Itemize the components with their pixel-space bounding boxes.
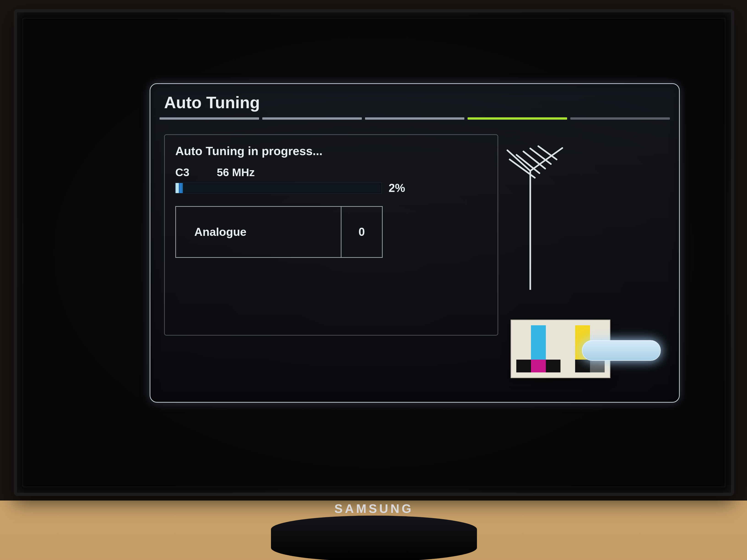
scan-progress-bar	[175, 183, 382, 193]
tv-screen: Auto Tuning Auto Tuning in progress... C…	[14, 9, 734, 496]
svg-line-6	[538, 146, 557, 159]
step-tab-5	[570, 117, 670, 119]
current-frequency: 56 MHz	[217, 166, 255, 179]
status-message: Auto Tuning in progress...	[175, 144, 487, 158]
testcard-lower-bars	[516, 359, 604, 372]
svg-line-5	[530, 149, 551, 164]
step-tab-4	[468, 117, 567, 119]
progress-start-tick	[176, 183, 179, 193]
progress-percent-label: 2%	[389, 181, 405, 195]
svg-line-7	[507, 150, 530, 171]
progress-fill	[179, 183, 183, 193]
analogue-row-count: 0	[341, 207, 382, 257]
frequency-row: C3 56 MHz	[175, 166, 487, 179]
step-tab-3	[365, 117, 465, 119]
step-tabs	[150, 117, 679, 119]
progress-row: 2%	[175, 181, 487, 195]
results-table: Analogue 0	[175, 206, 383, 258]
analogue-row-label: Analogue	[176, 207, 341, 257]
stop-button[interactable]	[582, 340, 661, 361]
svg-line-1	[530, 148, 562, 171]
step-tab-1	[159, 117, 259, 119]
tuning-status-panel: Auto Tuning in progress... C3 56 MHz 2% …	[164, 134, 498, 336]
tv-brand-label: SAMSUNG	[334, 502, 414, 516]
step-tab-2	[262, 117, 362, 119]
svg-line-3	[517, 155, 539, 173]
dialog-title: Auto Tuning	[150, 84, 679, 117]
auto-tuning-dialog: Auto Tuning Auto Tuning in progress... C…	[150, 83, 680, 403]
svg-line-4	[523, 152, 545, 168]
tv-stand	[271, 516, 477, 560]
svg-line-2	[510, 159, 535, 178]
current-channel: C3	[175, 166, 189, 179]
